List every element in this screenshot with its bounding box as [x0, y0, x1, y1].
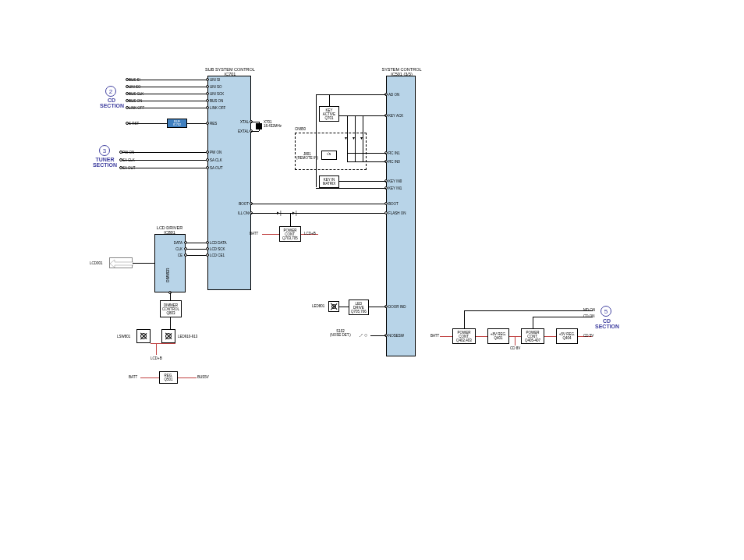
pin-label: KEY ACK	[388, 114, 403, 118]
section-5-label: CDSECTION	[595, 318, 618, 329]
wire	[316, 94, 386, 95]
red-wire	[509, 336, 521, 337]
pin-label: CE	[178, 253, 182, 257]
pin-label: UNI SO	[210, 85, 222, 89]
pin-label: KEY IN0	[388, 179, 402, 183]
lcd001-label: LCD001	[90, 261, 103, 265]
wire	[187, 123, 207, 124]
cdon-label: CD ON	[583, 314, 595, 318]
pin-label: BUS CLK	[129, 92, 143, 96]
pin-label: ILL ON	[238, 211, 249, 215]
pin	[206, 166, 209, 169]
reg-block: REG.Q501	[159, 371, 178, 384]
power-cont-3-block: POWERCONT.Q405-407	[521, 328, 544, 344]
pin-label: SA CLK	[122, 158, 135, 162]
section-3-circle: 3	[99, 145, 110, 156]
red-wire	[440, 336, 452, 337]
s102-label: S102(NOSE DET.)	[330, 329, 351, 337]
wire	[186, 249, 207, 250]
pin-label: RC IN1	[388, 151, 400, 155]
wire	[347, 115, 348, 162]
wire	[369, 307, 386, 307]
pin-label: AD ON	[388, 93, 399, 97]
red-wire	[178, 377, 197, 378]
led-drive-block: LEDDRIVEQ705,706	[349, 299, 369, 315]
section-2-label: CDSECTION	[100, 97, 123, 108]
wire	[133, 263, 154, 264]
pin-label: NOSESW	[388, 334, 404, 338]
power-cont-2-block: POWERCONT.Q402,403	[452, 328, 476, 344]
sub-system-title: SUB SYSTEM CONTROLIC701	[195, 67, 265, 76]
pin-label: LINK OFF	[210, 106, 225, 110]
pin-label: CLK	[175, 247, 182, 251]
crystal-icon	[256, 123, 262, 129]
wire	[533, 317, 533, 328]
wire	[329, 94, 330, 106]
pin-label: LCD SCK	[210, 247, 225, 251]
batt-label: BATT	[250, 232, 258, 236]
pin	[206, 253, 209, 257]
pin-label: SA OUT	[122, 166, 136, 170]
wire	[170, 292, 171, 300]
pin	[206, 122, 209, 125]
pin	[384, 202, 388, 205]
wire	[251, 122, 259, 122]
xtal-label: X70118.432MHz	[264, 120, 282, 128]
wire	[347, 161, 386, 162]
pin-label: BUS SI	[129, 78, 140, 82]
pin-label: BOOT	[239, 202, 249, 206]
system-control-title: SYSTEM CONTROLIC501 (3/3)	[374, 67, 429, 76]
wire	[370, 335, 386, 336]
pin-label: PW ON	[122, 151, 134, 154]
pin	[206, 241, 209, 244]
pin	[206, 151, 209, 154]
pin-label: LCD DATA	[210, 241, 227, 245]
pin-label: SA OUT	[210, 166, 223, 170]
section-2-circle: 2	[105, 86, 116, 97]
pin	[206, 247, 209, 250]
pin	[206, 106, 209, 109]
wire	[251, 213, 386, 214]
diode-icon: ▸|	[292, 210, 297, 216]
lsw801-label: LSW801	[117, 335, 130, 338]
bus5v-label: BUS5V	[197, 375, 209, 379]
section-3-label: TUNERSECTION	[91, 157, 119, 168]
wire	[316, 188, 386, 189]
j801-label: J801(REMOTE IN)	[296, 152, 318, 160]
lamp-icon	[328, 301, 339, 312]
system-control-block	[386, 76, 416, 356]
dimmer-label: DIMMER	[166, 268, 170, 282]
pin-label: RC IN0	[388, 160, 400, 164]
red-wire	[544, 336, 556, 337]
pin	[206, 158, 209, 161]
wire	[251, 204, 386, 204]
pin-label: BUS ON	[129, 99, 142, 103]
pin-label: FLASH ON	[388, 211, 406, 215]
key-in-matrix-block: KEY INMATRIX	[319, 175, 339, 188]
red-wire	[515, 336, 515, 346]
mdon-label: MD ON	[583, 308, 595, 312]
pin	[184, 241, 187, 244]
pin	[184, 253, 187, 257]
section-5-circle: 5	[601, 306, 611, 317]
pin	[206, 78, 209, 81]
lcd-arrow	[109, 257, 133, 268]
pin-label: BOOT	[388, 202, 399, 206]
wire	[290, 213, 291, 226]
batt-label: BATT	[430, 334, 439, 338]
svg-marker-0	[110, 260, 133, 268]
reg-8v-block: +8V REG.Q401	[487, 328, 509, 344]
wire	[363, 115, 363, 162]
pin-label: LCD CE1	[210, 253, 225, 257]
pin	[384, 211, 388, 214]
cn850-label: CN850	[295, 127, 306, 131]
wire	[186, 243, 207, 243]
pin	[206, 85, 209, 88]
pin-label: BUS ON	[210, 99, 223, 103]
remote-waveform-icon: √∧	[321, 151, 337, 160]
wire	[355, 115, 356, 162]
pin-label: LINK OFF	[129, 106, 144, 110]
pin-label: RES	[210, 122, 217, 126]
wire	[186, 255, 207, 256]
lamp-icon	[136, 329, 151, 343]
